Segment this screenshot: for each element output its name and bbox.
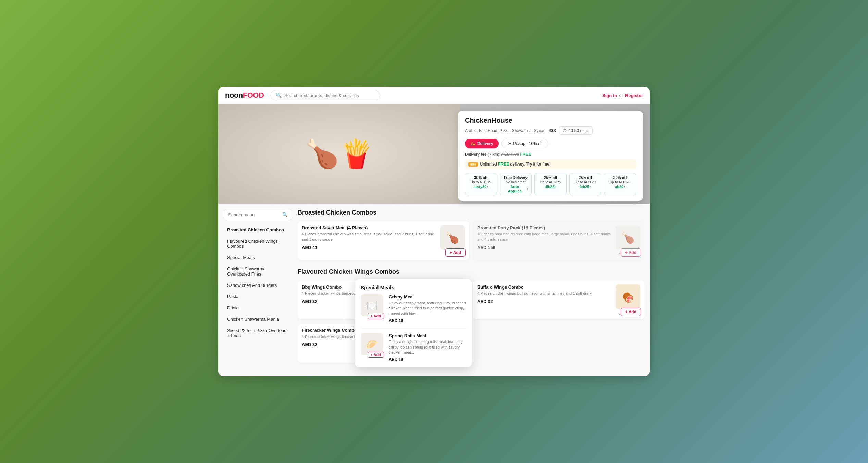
cuisine-tags: Arabic, Fast Food, Pizza, Shawarma, Syri… <box>465 128 545 133</box>
or-divider: or <box>619 93 623 98</box>
delivery-fee-row: Delivery fee (7 km): AED 6.00 FREE <box>465 152 636 157</box>
special-meal-price-spring-rolls: AED 19 <box>389 357 466 362</box>
pickup-label: Pickup · 10% off <box>513 141 543 146</box>
wings-title: Flavoured Chicken Wings Combos <box>298 268 644 276</box>
auth-section: Sign in or Register <box>602 93 643 98</box>
coupon-title-4: 20% off <box>608 175 632 180</box>
restaurant-name: ChickenHouse <box>465 117 636 124</box>
item-name-broasted-party: Broasted Party Pack (16 Pieces) <box>477 225 612 230</box>
coupon-code-0: tasty30 › <box>469 185 493 189</box>
broasted-section: Broasted Chicken Combos Broasted Saver M… <box>298 209 644 260</box>
delivery-tab[interactable]: 🛵 Delivery <box>465 139 499 148</box>
price-range: $$$ <box>549 128 556 133</box>
delivery-fee-original: AED 6.00 <box>501 152 519 157</box>
sidebar-item-shawarma-mania[interactable]: Chicken Shawarma Mania <box>224 314 292 325</box>
one-badge: one <box>468 162 478 167</box>
special-meal-price-crispy: AED 19 <box>389 318 466 323</box>
special-meals-popup-title: Special Meals <box>361 284 466 290</box>
coupon-subtitle-1: No min order <box>504 180 528 184</box>
special-meal-name-spring-rolls: Spring Rolls Meal <box>389 333 466 338</box>
sidebar-item-shawarma-fries[interactable]: Chicken Shawarma Overloaded Fries <box>224 264 292 279</box>
add-broasted-saver-button[interactable]: + Add <box>445 248 466 257</box>
logo-food: FOOD <box>243 91 264 100</box>
food-placeholder: 🍗🍟 <box>218 104 460 204</box>
coupon-subtitle-2: Up to AED 25 <box>538 180 563 184</box>
broasted-title: Broasted Chicken Combos <box>298 209 644 216</box>
logo-noon: noon <box>225 91 243 100</box>
special-meal-name-crispy: Crispy Meal <box>389 294 466 300</box>
sidebar-nav: Broasted Chicken Combos Flavoured Chicke… <box>224 224 292 341</box>
sidebar-item-pasta[interactable]: Pasta <box>224 291 292 302</box>
delivery-fee-label: Delivery fee (7 km): <box>465 152 500 157</box>
coupon-0[interactable]: 30% off Up to AED 15 tasty30 › <box>465 173 497 195</box>
restaurant-info-card: ChickenHouse Arabic, Fast Food, Pizza, S… <box>458 111 643 201</box>
menu-item-broasted-party: Broasted Party Pack (16 Pieces) 16 Piece… <box>473 221 644 260</box>
logo: noon FOOD <box>225 91 264 100</box>
sidebar-item-special-meals[interactable]: Special Meals <box>224 252 292 263</box>
item-price-broasted-saver: AED 41 <box>302 245 437 250</box>
add-broasted-party-button[interactable]: + Add <box>621 248 641 257</box>
sidebar-item-pizza[interactable]: Sliced 22 Inch Pizza Overload + Fries <box>224 325 292 341</box>
search-menu-icon: 🔍 <box>282 212 288 217</box>
add-spring-rolls-button[interactable]: + Add <box>368 352 384 358</box>
item-price-buffalo-wings: AED 32 <box>477 299 612 304</box>
item-name-buffalo-wings: Buffalo Wings Combo <box>477 284 612 290</box>
add-crispy-meal-button[interactable]: + Add <box>368 313 384 319</box>
menu-item-buffalo-wings: Buffalo Wings Combo 4 Pieces chicken win… <box>473 280 644 319</box>
sidebar-item-broasted-chicken-combos[interactable]: Broasted Chicken Combos <box>224 224 292 235</box>
coupon-4[interactable]: 20% off Up to AED 20 ab20 › <box>604 173 636 195</box>
sidebar-item-sandwiches[interactable]: Sandwiches And Burgers <box>224 280 292 291</box>
bag-icon: 🛍 <box>507 141 511 146</box>
coupon-code-3: feb25 › <box>573 185 598 189</box>
coupon-2[interactable]: 25% off Up to AED 25 dlb25 › <box>534 173 567 195</box>
sidebar-item-flavoured-wings[interactable]: Flavoured Chicken Wings Combos <box>224 236 292 252</box>
coupon-1[interactable]: Free Delivery No min order Auto Applied … <box>500 173 532 195</box>
coupon-title-1: Free Delivery <box>504 175 528 180</box>
item-img-buffalo-wings: 🍖 <box>616 284 640 309</box>
coupon-code-2: dlb25 › <box>538 185 563 189</box>
search-input[interactable] <box>284 93 375 98</box>
pickup-tab[interactable]: 🛍 Pickup · 10% off <box>501 139 549 148</box>
coupon-subtitle-0: Up to AED 15 <box>469 180 493 184</box>
coupon-title-0: 30% off <box>469 175 493 180</box>
item-price-broasted-party: AED 156 <box>477 245 612 250</box>
restaurant-meta: Arabic, Fast Food, Pizza, Shawarma, Syri… <box>465 126 636 135</box>
menu-item-broasted-saver: Broasted Saver Meal (4 Pieces) 4 Pieces … <box>298 221 469 260</box>
delivery-icon: 🛵 <box>470 141 475 146</box>
global-search-box[interactable]: 🔍 <box>271 90 380 100</box>
search-icon: 🔍 <box>276 93 282 98</box>
item-desc-broasted-saver: 4 Pieces broasted chicken with small fri… <box>302 232 437 242</box>
sidebar: 🔍 Broasted Chicken Combos Flavoured Chic… <box>224 209 292 371</box>
item-desc-buffalo-wings: 4 Pieces chicken wings buffalo flavor wi… <box>477 291 612 296</box>
header: noon FOOD 🔍 Sign in or Register <box>218 87 650 104</box>
special-meal-desc-spring-rolls: Enjoy a delightful spring rolls meal, fe… <box>389 339 466 355</box>
item-img-broasted-party: 🍗 <box>616 225 640 250</box>
register-link[interactable]: Register <box>625 93 643 98</box>
delivery-fee-free: FREE <box>520 152 531 157</box>
item-name-broasted-saver: Broasted Saver Meal (4 Pieces) <box>302 225 437 230</box>
coupon-title-2: 25% off <box>538 175 563 180</box>
sign-in-link[interactable]: Sign in <box>602 93 617 98</box>
item-img-broasted-saver: 🍗 <box>440 225 465 250</box>
coupons-row: 30% off Up to AED 15 tasty30 › Free Deli… <box>465 173 636 195</box>
sidebar-item-drinks[interactable]: Drinks <box>224 303 292 313</box>
coupon-3[interactable]: 25% off Up to AED 20 feb25 › <box>569 173 602 195</box>
add-buffalo-wings-button[interactable]: + Add <box>621 308 641 316</box>
delivery-tabs: 🛵 Delivery 🛍 Pickup · 10% off <box>465 139 636 148</box>
search-menu-input[interactable] <box>228 212 280 217</box>
delivery-time: 40-50 mins <box>568 128 588 133</box>
coupon-subtitle-3: Up to AED 20 <box>573 180 598 184</box>
search-menu-box[interactable]: 🔍 <box>224 209 292 220</box>
delivery-label: Delivery <box>477 141 493 146</box>
item-desc-broasted-party: 16 Pieces broasted chicken with large fr… <box>477 232 612 242</box>
coupon-subtitle-4: Up to AED 20 <box>608 180 632 184</box>
broasted-items-grid: Broasted Saver Meal (4 Pieces) 4 Pieces … <box>298 221 644 260</box>
special-meal-desc-crispy: Enjoy our crispy meal, featuring juicy, … <box>389 301 466 316</box>
coupon-title-3: 25% off <box>573 175 598 180</box>
hero-image: 🍗🍟 <box>218 104 460 204</box>
content-area: 🔍 Broasted Chicken Combos Flavoured Chic… <box>218 204 650 376</box>
one-promo-banner: one Unlimited FREE delivery. Try it for … <box>465 159 636 169</box>
special-meals-popup: Special Meals 🍽️ + Add Crispy Meal Enjoy… <box>355 279 472 367</box>
coupon-code-4: ab20 › <box>608 185 632 189</box>
promo-text: Unlimited FREE delivery. Try it for free… <box>480 162 551 167</box>
